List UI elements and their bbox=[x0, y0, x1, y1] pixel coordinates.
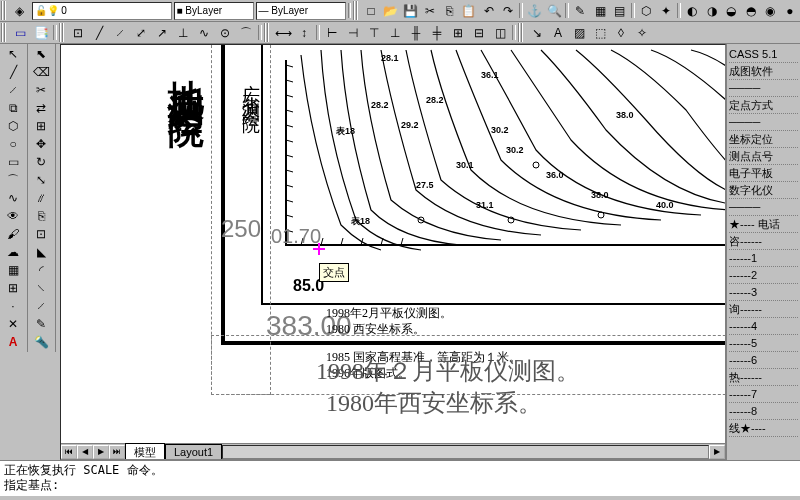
copy-icon[interactable]: ⎘ bbox=[440, 1, 459, 21]
leader-icon[interactable]: ↘ bbox=[527, 23, 547, 43]
drawing-canvas[interactable]: 地质测绘院 广东省测绘院 bbox=[60, 44, 726, 460]
snap-icon[interactable]: ⤢ bbox=[131, 23, 151, 43]
array-icon[interactable]: ⊡ bbox=[29, 225, 53, 243]
tab-first-icon[interactable]: ⏮ bbox=[61, 445, 77, 459]
rect-icon[interactable]: ▭ bbox=[1, 153, 25, 171]
dim-icon[interactable]: ⊟ bbox=[469, 23, 489, 43]
panel-item[interactable]: 电子平板 bbox=[729, 165, 798, 182]
window-icon[interactable]: ▭ bbox=[10, 23, 30, 43]
undo-icon[interactable]: ↶ bbox=[479, 1, 498, 21]
new-icon[interactable]: □ bbox=[362, 1, 381, 21]
snap-icon[interactable]: ⊡ bbox=[68, 23, 88, 43]
scale-icon[interactable]: ⤡ bbox=[29, 171, 53, 189]
snap-icon[interactable]: ⊥ bbox=[173, 23, 193, 43]
zoom-icon[interactable]: 🔍 bbox=[545, 1, 564, 21]
select-icon[interactable]: ↖ bbox=[1, 45, 25, 63]
snap-icon[interactable]: ∿ bbox=[194, 23, 214, 43]
tool-icon[interactable]: ▦ bbox=[591, 1, 610, 21]
text-icon[interactable]: A bbox=[1, 333, 25, 351]
open-icon[interactable]: 📂 bbox=[381, 1, 400, 21]
tool-icon[interactable]: ◑ bbox=[702, 1, 721, 21]
tool-icon[interactable]: ● bbox=[781, 1, 800, 21]
layer-icon[interactable]: 📑 bbox=[31, 23, 51, 43]
pline-icon[interactable]: ⟋ bbox=[1, 81, 25, 99]
tool-icon[interactable]: ◒ bbox=[722, 1, 741, 21]
paint-icon[interactable]: 🖌 bbox=[1, 225, 25, 243]
save-icon[interactable]: 💾 bbox=[401, 1, 420, 21]
tab-last-icon[interactable]: ⏭ bbox=[109, 445, 125, 459]
toolbar-grip[interactable] bbox=[1, 1, 7, 20]
tool-icon[interactable]: ⟋ bbox=[29, 297, 53, 315]
color-dropdown[interactable]: ■ ByLayer bbox=[174, 2, 254, 20]
move-icon[interactable]: ✥ bbox=[29, 135, 53, 153]
mirror-icon[interactable]: ⧉ bbox=[1, 99, 25, 117]
dim-icon[interactable]: ⊣ bbox=[343, 23, 363, 43]
dim-icon[interactable]: ⊥ bbox=[385, 23, 405, 43]
hatch-icon[interactable]: ▦ bbox=[1, 261, 25, 279]
dim-icon[interactable]: ╪ bbox=[427, 23, 447, 43]
tool-icon[interactable]: ◊ bbox=[611, 23, 631, 43]
erase-icon[interactable]: ⌫ bbox=[29, 63, 53, 81]
tab-next-icon[interactable]: ▶ bbox=[93, 445, 109, 459]
tool-icon[interactable]: ◐ bbox=[683, 1, 702, 21]
panel-item[interactable]: 定点方式 bbox=[729, 97, 798, 114]
command-line[interactable]: 正在恢复执行 SCALE 命令。 指定基点: bbox=[0, 460, 800, 496]
toolbar-grip[interactable] bbox=[1, 23, 7, 42]
dim-icon[interactable]: ⊤ bbox=[364, 23, 384, 43]
tab-prev-icon[interactable]: ◀ bbox=[77, 445, 93, 459]
copy-icon[interactable]: ⎘ bbox=[29, 207, 53, 225]
panel-item[interactable]: 测点点号 bbox=[729, 148, 798, 165]
tool-icon[interactable]: ▤ bbox=[610, 1, 629, 21]
tool-icon[interactable]: ◉ bbox=[761, 1, 780, 21]
arc-icon[interactable]: ⌒ bbox=[1, 171, 25, 189]
layer-toggle-icon[interactable]: ◈ bbox=[10, 1, 30, 21]
snap-icon[interactable]: ⊙ bbox=[215, 23, 235, 43]
tool-icon[interactable]: ⬡ bbox=[637, 1, 656, 21]
paste-icon[interactable]: 📋 bbox=[460, 1, 479, 21]
eye-icon[interactable]: 👁 bbox=[1, 207, 25, 225]
rotate-icon[interactable]: ↻ bbox=[29, 153, 53, 171]
redo-icon[interactable]: ↷ bbox=[499, 1, 518, 21]
tool-icon[interactable]: ⊞ bbox=[1, 279, 25, 297]
dim-icon[interactable]: ╫ bbox=[406, 23, 426, 43]
snap-icon[interactable]: ╱ bbox=[89, 23, 109, 43]
fillet-icon[interactable]: ◜ bbox=[29, 261, 53, 279]
linetype-dropdown[interactable]: — ByLayer bbox=[256, 2, 346, 20]
spline-icon[interactable]: ∿ bbox=[1, 189, 25, 207]
cut-icon[interactable]: ✂ bbox=[421, 1, 440, 21]
tool-icon[interactable]: ✦ bbox=[656, 1, 675, 21]
panel-item[interactable]: 坐标定位 bbox=[729, 131, 798, 148]
pick-icon[interactable]: ⬉ bbox=[29, 45, 53, 63]
tool-icon[interactable]: ✎ bbox=[29, 315, 53, 333]
circle-icon[interactable]: ○ bbox=[1, 135, 25, 153]
offset-icon[interactable]: ⫽ bbox=[29, 189, 53, 207]
layer-dropdown[interactable]: 🔓💡 0 bbox=[32, 2, 172, 20]
snap-icon[interactable]: ⟋ bbox=[110, 23, 130, 43]
dim-icon[interactable]: ◫ bbox=[490, 23, 510, 43]
dim-icon[interactable]: ⊞ bbox=[448, 23, 468, 43]
text-icon[interactable]: A bbox=[548, 23, 568, 43]
dim-icon[interactable]: ⟷ bbox=[273, 23, 293, 43]
grid-icon[interactable]: ⊞ bbox=[29, 117, 53, 135]
polygon-icon[interactable]: ⬡ bbox=[1, 117, 25, 135]
tool-icon[interactable]: ⟍ bbox=[29, 279, 53, 297]
toolbar-grip[interactable] bbox=[518, 23, 524, 42]
toolbar-grip[interactable] bbox=[59, 23, 65, 42]
chamfer-icon[interactable]: ◣ bbox=[29, 243, 53, 261]
hatch-icon[interactable]: ▨ bbox=[569, 23, 589, 43]
flip-icon[interactable]: ⇄ bbox=[29, 99, 53, 117]
anchor-icon[interactable]: ⚓ bbox=[525, 1, 544, 21]
tab-model[interactable]: 模型 bbox=[125, 443, 165, 461]
point-icon[interactable]: · bbox=[1, 297, 25, 315]
tool-icon[interactable]: ◓ bbox=[741, 1, 760, 21]
torch-icon[interactable]: 🔦 bbox=[29, 333, 53, 351]
line-icon[interactable]: ╱ bbox=[1, 63, 25, 81]
tool-icon[interactable]: ✎ bbox=[571, 1, 590, 21]
snap-icon[interactable]: ↗ bbox=[152, 23, 172, 43]
toolbar-grip[interactable] bbox=[264, 23, 270, 42]
snap-icon[interactable]: ⌒ bbox=[236, 23, 256, 43]
cloud-icon[interactable]: ☁ bbox=[1, 243, 25, 261]
scroll-right-icon[interactable]: ▶ bbox=[709, 445, 725, 459]
toolbar-grip[interactable] bbox=[353, 1, 359, 20]
dim-icon[interactable]: ↕ bbox=[294, 23, 314, 43]
